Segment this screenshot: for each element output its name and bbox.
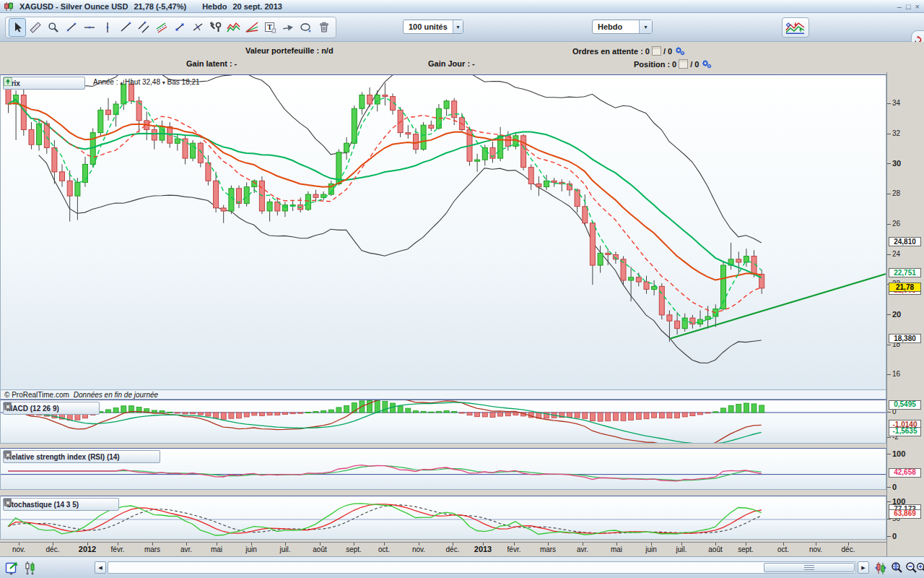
chart-region: Prix Année : ▴ Haut 32,48 ▾ Bas 18,21 © … bbox=[0, 72, 924, 556]
ruler-tool[interactable] bbox=[27, 18, 44, 37]
stochastic-pane-header: Stochastique (14 3 5) bbox=[3, 498, 119, 511]
maximize-button[interactable]: □ bbox=[906, 2, 911, 11]
window-quote: 21,78 (-5,47%) bbox=[134, 2, 186, 11]
time-axis-label: sept. bbox=[738, 545, 754, 553]
bottom-toolbar: ◀ ▶ bbox=[0, 556, 924, 578]
minimize-button[interactable]: – bbox=[897, 2, 902, 11]
time-axis-label: oct. bbox=[378, 545, 390, 553]
time-axis-label: avr. bbox=[577, 545, 588, 553]
axis-tick-label: 0 bbox=[892, 483, 897, 491]
position-list-icon[interactable] bbox=[679, 59, 688, 69]
price-window-icon[interactable] bbox=[35, 79, 45, 88]
units-dropdown-arrow-icon[interactable]: ▼ bbox=[453, 20, 463, 33]
stochastic-close-icon[interactable] bbox=[106, 500, 116, 509]
macd-settings-wrench-icon[interactable] bbox=[62, 404, 71, 413]
axis-tick-label: 0 bbox=[892, 532, 897, 540]
high-arrow-icon: ▴ bbox=[120, 79, 123, 86]
time-axis-label: févr. bbox=[507, 545, 521, 553]
price-pane-header: Prix bbox=[3, 77, 85, 90]
macd-pane-header: MACD (12 26 9) bbox=[3, 402, 100, 415]
axis-tick-label: 28 bbox=[892, 189, 900, 198]
price-axis-gutter: 3432302826242220181624,81022,75121,90521… bbox=[886, 72, 924, 556]
copyright-site: © ProRealTime.com bbox=[4, 391, 69, 399]
axis-tick-label: 32 bbox=[892, 129, 900, 138]
regression-channel-tool[interactable] bbox=[153, 18, 170, 37]
price-down-alert-icon[interactable] bbox=[60, 79, 69, 88]
arrow-tool[interactable] bbox=[279, 18, 297, 37]
ellipse-tool[interactable] bbox=[297, 18, 315, 37]
delete-tool[interactable] bbox=[315, 18, 333, 37]
zoom-in-button[interactable] bbox=[915, 559, 924, 576]
chart-scrollbar[interactable] bbox=[108, 561, 856, 574]
short-segment-tool[interactable] bbox=[171, 18, 188, 37]
macd-chart-canvas[interactable] bbox=[1, 400, 886, 443]
time-axis-label: août bbox=[313, 545, 326, 553]
chart-display-settings-button[interactable] bbox=[22, 559, 39, 576]
macd-pane-label: MACD (12 26 9) bbox=[6, 405, 59, 413]
zigzag-indicator-tool[interactable] bbox=[225, 18, 243, 37]
units-dropdown-value: 100 unités bbox=[404, 22, 453, 31]
indicators-button[interactable] bbox=[782, 17, 809, 38]
orders-list-icon[interactable] bbox=[652, 46, 661, 56]
timeframe-dropdown[interactable]: Hebdo ▼ bbox=[592, 20, 653, 34]
portfolio-value-label: Valeur portefeuille : n/d bbox=[245, 46, 334, 55]
stochastic-settings-wrench-icon[interactable] bbox=[82, 500, 91, 509]
price-close-icon[interactable] bbox=[48, 79, 57, 88]
time-axis-label: juin bbox=[245, 545, 257, 553]
day-gain-label: Gain Jour : - bbox=[428, 59, 475, 68]
indicators-icon bbox=[785, 20, 806, 35]
window-titlebar: XAGUSD - Silver Ounce USD 21,78 (-5,47%)… bbox=[0, 0, 924, 13]
select-tool[interactable] bbox=[9, 18, 26, 37]
drawing-tools-settings[interactable] bbox=[207, 18, 225, 37]
position-settings-gear-icon[interactable] bbox=[701, 59, 712, 69]
rsi-pane-header: Relative strength index (RSI) (14) bbox=[3, 450, 160, 463]
rsi-settings-wrench-icon[interactable] bbox=[123, 452, 132, 462]
position-count2: 0 bbox=[694, 60, 699, 69]
close-button[interactable]: × bbox=[915, 2, 920, 11]
axis-tick-label: 100 bbox=[892, 449, 905, 458]
macd-window-icon[interactable] bbox=[74, 404, 84, 413]
time-axis-label: avr. bbox=[180, 545, 192, 553]
price-settings-wrench-icon[interactable] bbox=[23, 79, 32, 88]
crossed-line-tool[interactable] bbox=[189, 18, 206, 37]
year-high-low-stats: Année : ▴ Haut 32,48 ▾ Bas 18,21 bbox=[93, 78, 200, 86]
latent-gain-label: Gain latent : - bbox=[186, 59, 237, 68]
account-info-bar: Valeur portefeuille : n/d Ordres en atte… bbox=[0, 42, 924, 73]
parallel-lines-tool[interactable] bbox=[135, 18, 152, 37]
export-chart-button[interactable] bbox=[4, 559, 20, 576]
vertical-line-tool[interactable] bbox=[99, 18, 116, 37]
scroll-right-button[interactable]: ▶ bbox=[858, 561, 869, 574]
rsi-pane[interactable]: Relative strength index (RSI) (14) bbox=[0, 448, 886, 490]
price-pane[interactable]: Prix Année : ▴ Haut 32,48 ▾ Bas 18,21 bbox=[0, 74, 886, 390]
macd-close-icon[interactable] bbox=[87, 404, 96, 413]
svg-text:T: T bbox=[267, 23, 272, 31]
time-axis-label: juil. bbox=[676, 545, 687, 553]
zoom-tool[interactable] bbox=[45, 18, 62, 37]
orders-settings-gear-icon[interactable] bbox=[674, 46, 685, 56]
units-dropdown[interactable]: 100 unités ▼ bbox=[403, 20, 463, 34]
rsi-close-icon[interactable] bbox=[147, 452, 157, 462]
timeframe-dropdown-arrow-icon[interactable]: ▼ bbox=[639, 20, 652, 33]
time-axis-label: sept. bbox=[346, 545, 362, 553]
candle-zoom-button[interactable] bbox=[872, 559, 889, 576]
axis-value-box: 63,869 bbox=[889, 509, 921, 519]
macd-pane[interactable]: MACD (12 26 9) bbox=[0, 400, 886, 444]
text-tool[interactable]: T bbox=[261, 18, 279, 37]
position-separator: / bbox=[690, 60, 692, 69]
time-axis-label: mars bbox=[540, 545, 556, 553]
year-low-value: Bas 18,21 bbox=[167, 78, 200, 86]
trend-line-tool[interactable] bbox=[117, 18, 134, 37]
stochastic-chart-canvas[interactable] bbox=[1, 496, 886, 539]
axis-tick-label: 30 bbox=[892, 159, 901, 168]
segment-tool[interactable] bbox=[63, 18, 80, 37]
stochastic-window-icon[interactable] bbox=[94, 500, 103, 509]
stochastic-pane[interactable]: Stochastique (14 3 5) bbox=[0, 496, 886, 540]
scroll-left-button[interactable]: ◀ bbox=[95, 561, 106, 574]
chart-scrollbar-thumb[interactable] bbox=[764, 563, 855, 572]
price-up-alert-icon[interactable] bbox=[72, 79, 82, 88]
horizontal-line-tool[interactable] bbox=[81, 18, 98, 37]
axis-tick-label: 20 bbox=[892, 310, 901, 319]
rsi-window-icon[interactable] bbox=[135, 452, 144, 462]
fan-lines-tool[interactable] bbox=[243, 18, 261, 37]
price-chart-canvas[interactable] bbox=[1, 75, 886, 389]
